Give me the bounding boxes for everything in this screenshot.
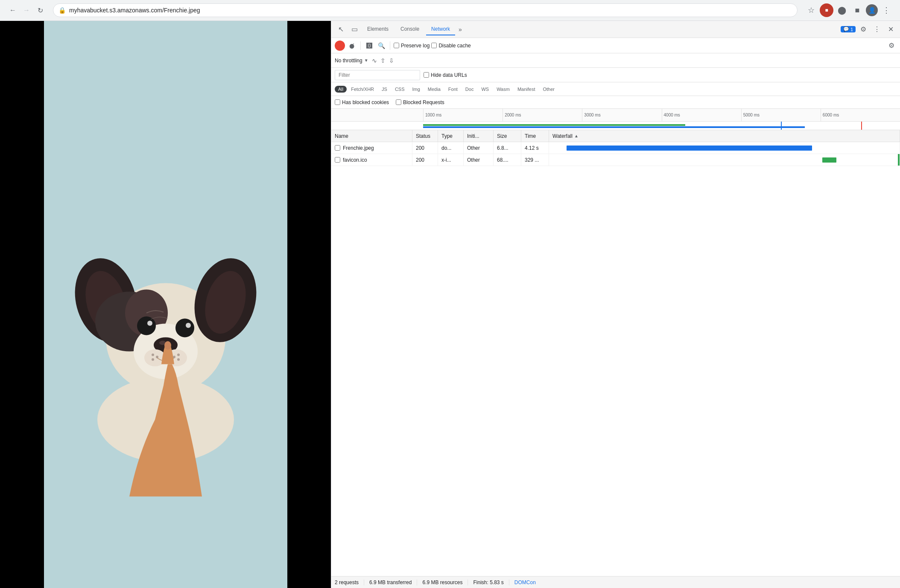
filter-wasm-button[interactable]: Wasm xyxy=(493,86,513,93)
filter-all-button[interactable]: All xyxy=(335,86,347,93)
filter-font-button[interactable]: Font xyxy=(445,86,461,93)
cell-name-2: favicon.ico xyxy=(331,154,412,166)
record-button[interactable] xyxy=(335,41,345,51)
header-status[interactable]: Status xyxy=(412,130,438,142)
dog-image xyxy=(44,21,287,588)
preserve-log-label[interactable]: Preserve log xyxy=(394,43,430,49)
disable-cache-label[interactable]: Disable cache xyxy=(431,43,470,49)
cell-size-2: 68.... xyxy=(494,154,521,166)
cell-type-1: do... xyxy=(438,142,464,154)
header-initiator[interactable]: Initi... xyxy=(464,130,494,142)
filter-manifest-button[interactable]: Manifest xyxy=(514,86,539,93)
row-checkbox-1[interactable] xyxy=(335,145,340,151)
blocked-requests-label[interactable]: Blocked Requests xyxy=(396,99,444,105)
disable-cache-checkbox[interactable] xyxy=(431,43,437,48)
cell-waterfall-1 xyxy=(549,142,900,154)
transferred-size: 6.9 MB transferred xyxy=(364,579,417,585)
filter-media-button[interactable]: Media xyxy=(424,86,444,93)
tab-console[interactable]: Console xyxy=(395,23,424,35)
timeline-progress xyxy=(331,122,900,130)
header-waterfall[interactable]: Waterfall ▲ xyxy=(549,130,900,142)
throttle-row: No throttling ▼ ∿ ⇧ ⇩ xyxy=(331,53,900,68)
row-checkbox-2[interactable] xyxy=(335,157,340,163)
has-blocked-cookies-label[interactable]: Has blocked cookies xyxy=(335,99,389,105)
cell-time-2: 329 ... xyxy=(521,154,549,166)
upload-icon[interactable]: ⇧ xyxy=(380,57,386,64)
svg-point-21 xyxy=(152,358,154,361)
search-button[interactable]: 🔍 xyxy=(376,41,386,51)
avatar-button[interactable]: 👤 xyxy=(866,4,878,16)
puzzle-button[interactable]: ■ xyxy=(850,3,864,17)
devtools-header-right: 💬 1 ⚙ ⋮ ✕ xyxy=(841,23,897,35)
network-settings-button[interactable]: ⚙ xyxy=(886,41,897,51)
wifi-icon: ∿ xyxy=(372,57,377,64)
clear-button[interactable]: ●̸ xyxy=(347,41,357,51)
network-table: Name Status Type Initi... Size Time xyxy=(331,130,900,576)
progress-blue-bar xyxy=(423,126,805,128)
console-badge: 💬 1 xyxy=(841,26,856,32)
progress-red-marker xyxy=(861,122,862,130)
filter-ws-button[interactable]: WS xyxy=(478,86,492,93)
table-row[interactable]: favicon.ico 200 x-i... Other 68.... 329 … xyxy=(331,154,900,166)
tab-network[interactable]: Network xyxy=(426,23,455,35)
browser-actions: ☆ ■ ⬤ ■ 👤 ⋮ xyxy=(804,3,893,17)
forward-button[interactable]: → xyxy=(20,4,32,16)
progress-blue-marker xyxy=(781,122,782,130)
back-button[interactable]: ← xyxy=(7,4,19,16)
filter-doc-button[interactable]: Doc xyxy=(462,86,477,93)
cursor-tool-button[interactable]: ↖ xyxy=(335,23,347,35)
filter-fetch-button[interactable]: Fetch/XHR xyxy=(348,86,377,93)
svg-point-16 xyxy=(175,319,194,338)
devtools-more-button[interactable]: ⋮ xyxy=(871,23,883,35)
cell-waterfall-2 xyxy=(549,154,900,166)
filter-js-button[interactable]: JS xyxy=(378,86,391,93)
devtools-settings-button[interactable]: ⚙ xyxy=(857,23,869,35)
waterfall-bar-2 xyxy=(822,157,836,163)
address-bar[interactable]: 🔒 myhavabucket.s3.amazonaws.com/Frenchie… xyxy=(53,3,798,17)
throttle-arrow-icon: ▼ xyxy=(364,58,368,63)
has-blocked-cookies-checkbox[interactable] xyxy=(335,99,340,105)
dog-illustration xyxy=(44,21,287,588)
filter-img-button[interactable]: Img xyxy=(409,86,424,93)
header-type[interactable]: Type xyxy=(438,130,464,142)
hide-data-urls-text: Hide data URLs xyxy=(431,72,467,78)
cell-initiator-1: Other xyxy=(464,142,494,154)
domcontent-link[interactable]: DOMCon xyxy=(509,579,536,585)
extension-red-button[interactable]: ■ xyxy=(820,3,833,17)
filter-row: Hide data URLs xyxy=(331,68,900,82)
filter-css-button[interactable]: CSS xyxy=(392,86,408,93)
progress-bars xyxy=(423,122,900,130)
cell-time-1: 4.12 s xyxy=(521,142,549,154)
tab-more-button[interactable]: » xyxy=(457,26,464,33)
url-text: myhavabucket.s3.amazonaws.com/Frenchie.j… xyxy=(69,7,200,14)
header-time[interactable]: Time xyxy=(521,130,549,142)
timeline-ticks: 1000 ms 2000 ms 3000 ms 4000 ms 5000 ms … xyxy=(423,109,900,121)
cell-status-2: 200 xyxy=(412,154,438,166)
filter-button[interactable]: 🅾 xyxy=(364,41,374,51)
hide-data-urls-checkbox[interactable] xyxy=(424,72,429,78)
disable-cache-text: Disable cache xyxy=(438,43,470,49)
device-tool-button[interactable]: ▭ xyxy=(348,23,360,35)
main-content: ↖ ▭ Elements Console Network » 💬 1 ⚙ ⋮ ✕… xyxy=(0,21,900,588)
filter-input[interactable] xyxy=(335,70,420,80)
tab-elements[interactable]: Elements xyxy=(362,23,394,35)
hide-data-urls-label[interactable]: Hide data URLs xyxy=(424,72,467,78)
reload-button[interactable]: ↻ xyxy=(34,4,46,16)
throttle-select[interactable]: No throttling ▼ xyxy=(335,58,368,64)
cell-type-2: x-i... xyxy=(438,154,464,166)
table-row[interactable]: Frenchie.jpeg 200 do... Other 6.8... 4.1… xyxy=(331,142,900,154)
menu-button[interactable]: ⋮ xyxy=(880,3,893,17)
devtools-close-button[interactable]: ✕ xyxy=(885,23,897,35)
filter-other-button[interactable]: Other xyxy=(539,86,558,93)
header-name[interactable]: Name xyxy=(331,130,412,142)
has-blocked-cookies-text: Has blocked cookies xyxy=(342,99,389,105)
cell-status-1: 200 xyxy=(412,142,438,154)
cookies-row: Has blocked cookies Blocked Requests xyxy=(331,96,900,109)
nav-buttons: ← → ↻ xyxy=(7,4,46,16)
star-button[interactable]: ☆ xyxy=(804,3,818,17)
blocked-requests-checkbox[interactable] xyxy=(396,99,401,105)
color-button[interactable]: ⬤ xyxy=(835,3,849,17)
download-icon[interactable]: ⇩ xyxy=(389,57,394,64)
header-size[interactable]: Size xyxy=(494,130,521,142)
preserve-log-checkbox[interactable] xyxy=(394,43,399,48)
